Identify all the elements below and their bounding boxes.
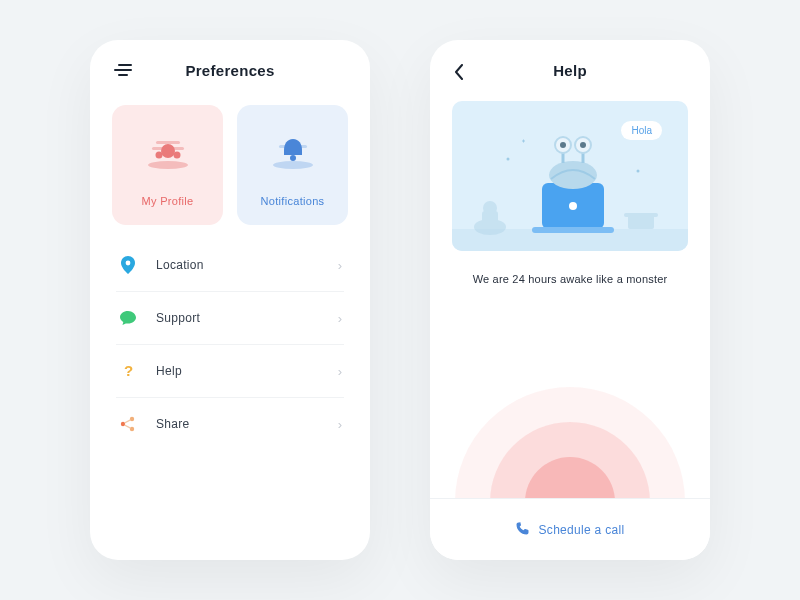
svg-point-33 xyxy=(637,170,640,173)
menu-icon[interactable] xyxy=(114,64,132,78)
svg-point-31 xyxy=(580,142,586,148)
notifications-icon xyxy=(269,129,317,177)
svg-line-14 xyxy=(125,420,131,423)
menu-share-label: Share xyxy=(156,417,338,431)
card-notifications-label: Notifications xyxy=(261,195,325,207)
svg-rect-23 xyxy=(532,227,614,233)
profile-icon xyxy=(144,129,192,177)
svg-point-0 xyxy=(148,161,188,169)
chevron-right-icon: › xyxy=(338,258,342,273)
chevron-right-icon: › xyxy=(338,417,342,432)
preference-cards: My Profile Notifications xyxy=(90,89,370,233)
preferences-list: Location › Support › ? Help › xyxy=(90,233,370,450)
question-icon: ? xyxy=(118,361,138,381)
help-subtitle: We are 24 hours awake like a monster xyxy=(430,251,710,285)
chevron-right-icon: › xyxy=(338,311,342,326)
preferences-header: Preferences xyxy=(90,40,370,89)
menu-help[interactable]: ? Help › xyxy=(116,345,344,398)
menu-support[interactable]: Support › xyxy=(116,292,344,345)
svg-point-19 xyxy=(483,201,497,215)
menu-support-label: Support xyxy=(156,311,338,325)
svg-text:?: ? xyxy=(124,363,133,379)
schedule-call-button[interactable]: Schedule a call xyxy=(430,498,710,560)
menu-location-label: Location xyxy=(156,258,338,272)
help-illustration: Hola xyxy=(452,101,688,251)
pulse-rings-decoration xyxy=(460,382,680,502)
menu-share[interactable]: Share › xyxy=(116,398,344,450)
svg-point-9 xyxy=(126,261,131,266)
share-icon xyxy=(118,414,138,434)
chevron-right-icon: › xyxy=(338,364,342,379)
svg-point-24 xyxy=(569,202,577,210)
speech-bubble: Hola xyxy=(621,121,662,140)
menu-location[interactable]: Location › xyxy=(116,239,344,292)
help-header: Help xyxy=(430,40,710,89)
svg-rect-2 xyxy=(156,141,180,144)
chat-bubble-icon xyxy=(118,308,138,328)
svg-point-32 xyxy=(507,158,510,161)
card-profile-label: My Profile xyxy=(142,195,194,207)
svg-point-6 xyxy=(273,161,313,169)
menu-help-label: Help xyxy=(156,364,338,378)
card-my-profile[interactable]: My Profile xyxy=(112,105,223,225)
back-icon[interactable] xyxy=(454,64,472,78)
svg-point-8 xyxy=(290,155,296,161)
preferences-title: Preferences xyxy=(185,62,274,79)
svg-point-4 xyxy=(155,152,162,159)
location-pin-icon xyxy=(118,255,138,275)
phone-icon xyxy=(516,521,529,539)
help-screen: Help xyxy=(430,40,710,560)
svg-point-30 xyxy=(560,142,566,148)
card-notifications[interactable]: Notifications xyxy=(237,105,348,225)
svg-point-3 xyxy=(161,144,175,158)
schedule-call-label: Schedule a call xyxy=(539,523,625,537)
svg-line-15 xyxy=(125,425,131,428)
svg-point-5 xyxy=(173,152,180,159)
preferences-screen: Preferences My Profile xyxy=(90,40,370,560)
svg-rect-21 xyxy=(624,213,658,217)
help-title: Help xyxy=(553,62,587,79)
svg-rect-20 xyxy=(628,215,654,229)
